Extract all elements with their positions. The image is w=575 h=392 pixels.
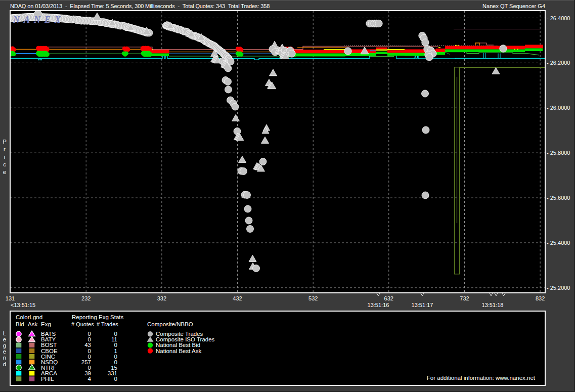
svg-text:e: e <box>3 349 6 355</box>
svg-text:e: e <box>3 169 6 175</box>
svg-text:13:51:17: 13:51:17 <box>412 302 433 308</box>
svg-text:4: 4 <box>88 376 92 382</box>
svg-text:# Trades: # Trades <box>97 321 118 327</box>
svg-text:n: n <box>3 355 6 361</box>
svg-text:532: 532 <box>308 295 318 301</box>
svg-text:Bid: Bid <box>16 321 24 327</box>
svg-text:0: 0 <box>114 376 117 382</box>
svg-text:P: P <box>3 139 7 145</box>
svg-text:- 25.6000: - 25.6000 <box>547 195 570 201</box>
svg-text:- 26.0000: - 26.0000 <box>547 105 570 111</box>
svg-text:Ask: Ask <box>28 321 37 327</box>
svg-text:Reporting Exg Stats: Reporting Exg Stats <box>72 314 124 320</box>
svg-text:131: 131 <box>6 295 15 301</box>
svg-text:i: i <box>4 154 6 160</box>
svg-text:432: 432 <box>233 295 242 301</box>
svg-text:ColorLgnd: ColorLgnd <box>16 314 42 320</box>
svg-text:- 26.4000: - 26.4000 <box>547 15 570 21</box>
svg-text:For additional information: ww: For additional information: www.nanex.ne… <box>427 375 536 381</box>
svg-text:Composite/NBBO: Composite/NBBO <box>147 321 193 327</box>
svg-text:r: r <box>4 146 6 152</box>
svg-text:Nanex QT Sequencer G4: Nanex QT Sequencer G4 <box>482 3 545 9</box>
svg-text:c: c <box>3 161 6 167</box>
svg-text:632: 632 <box>384 295 393 301</box>
svg-text:13:51:18: 13:51:18 <box>482 302 504 308</box>
svg-text:832: 832 <box>536 295 545 301</box>
svg-text:732: 732 <box>460 295 469 301</box>
svg-text:- 26.2000: - 26.2000 <box>547 60 570 66</box>
svg-text:National Best Ask: National Best Ask <box>156 348 201 354</box>
svg-text:d: d <box>3 361 6 367</box>
svg-text:<13:51:15: <13:51:15 <box>11 302 35 308</box>
svg-text:332: 332 <box>157 295 166 301</box>
svg-text:g: g <box>3 342 6 349</box>
svg-text:- 25.2000: - 25.2000 <box>547 285 570 291</box>
svg-text:e: e <box>3 336 6 342</box>
svg-text:L: L <box>3 330 7 336</box>
svg-text:PHIL: PHIL <box>41 376 54 382</box>
svg-text:NANEX: NANEX <box>13 15 65 25</box>
svg-text:- 25.4000: - 25.4000 <box>547 240 570 246</box>
svg-text:- 25.8000: - 25.8000 <box>547 150 570 156</box>
svg-text:Exg: Exg <box>41 321 51 327</box>
svg-text:232: 232 <box>81 295 91 301</box>
svg-text:# Quotes: # Quotes <box>71 321 94 327</box>
svg-text:NDAQ on 01/03/2013 - Elapsed: NDAQ on 01/03/2013 - Elapsed Time: 5 Sec… <box>10 3 270 9</box>
svg-text:13:51:16: 13:51:16 <box>368 302 389 308</box>
